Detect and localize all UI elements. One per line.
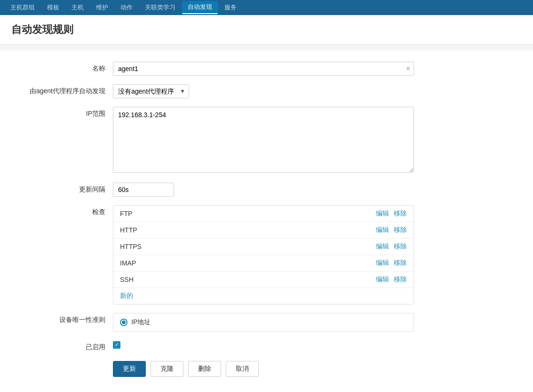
check-name-https: HTTPS	[120, 243, 376, 250]
new-check-row: 新的	[113, 288, 414, 304]
https-edit-button[interactable]: 编辑	[376, 242, 389, 251]
name-control: ×	[113, 62, 414, 76]
checks-table: FTP 编辑 移除 HTTP 编辑 移除 HTTPS	[113, 205, 414, 304]
top-navigation: 主机群组 模板 主机 维护 动作 关联类学习 自动发现 服务	[0, 0, 533, 15]
agent-select[interactable]: 没有agent代理程序	[113, 84, 189, 98]
enabled-checkbox[interactable]: ✓	[113, 341, 120, 349]
imap-actions: 编辑 移除	[376, 259, 407, 267]
ssh-actions: 编辑 移除	[376, 275, 407, 284]
ip-radio-inner	[122, 320, 126, 324]
table-row: FTP 编辑 移除	[113, 206, 414, 222]
enabled-control: ✓	[113, 340, 414, 349]
nav-item-autodiscovery[interactable]: 自动发现	[182, 1, 218, 14]
nav-item-maintenance[interactable]: 维护	[90, 1, 114, 14]
nav-item-hosts[interactable]: 主机	[66, 1, 89, 14]
nav-item-actions[interactable]: 动作	[115, 1, 138, 14]
nav-item-hostgroups[interactable]: 主机群组	[5, 1, 40, 14]
nav-item-services[interactable]: 服务	[219, 1, 242, 14]
name-input[interactable]	[113, 62, 414, 76]
ftp-remove-button[interactable]: 移除	[394, 209, 407, 218]
https-actions: 编辑 移除	[376, 242, 407, 251]
ip-range-label: IP范围	[19, 107, 113, 118]
name-row: 名称 ×	[19, 62, 514, 76]
checkbox-checkmark-icon: ✓	[115, 342, 119, 347]
agent-row: 由agent代理程序自动发现 没有agent代理程序 ▼	[19, 84, 514, 98]
enabled-row: 已启用 ✓	[19, 340, 514, 352]
interval-label: 更新间隔	[19, 183, 113, 194]
http-edit-button[interactable]: 编辑	[376, 226, 389, 234]
ip-range-control: 192.168.3.1-254	[113, 107, 414, 174]
page-title: 自动发现规则	[0, 15, 533, 45]
update-button[interactable]: 更新	[113, 361, 146, 377]
https-remove-button[interactable]: 移除	[394, 242, 407, 251]
action-buttons: 更新 克隆 删除 取消	[19, 361, 514, 377]
uniqueness-label: 设备唯一性准则	[19, 313, 113, 324]
nav-item-templates[interactable]: 模板	[41, 1, 65, 14]
cancel-button[interactable]: 取消	[226, 361, 259, 377]
name-label: 名称	[19, 62, 113, 73]
enabled-label: 已启用	[19, 340, 113, 352]
ip-radio-label: IP地址	[131, 318, 151, 327]
name-input-wrapper: ×	[113, 62, 414, 76]
check-name-imap: IMAP	[120, 259, 376, 267]
ip-radio-button[interactable]	[120, 319, 127, 326]
interval-control	[113, 183, 414, 197]
ftp-edit-button[interactable]: 编辑	[376, 209, 389, 218]
ip-range-row: IP范围 192.168.3.1-254	[19, 107, 514, 174]
nav-item-correlation[interactable]: 关联类学习	[139, 1, 181, 14]
uniqueness-radio-group: IP地址	[120, 318, 407, 327]
ftp-actions: 编辑 移除	[376, 209, 407, 218]
check-name-http: HTTP	[120, 226, 376, 234]
checks-label: 检查	[19, 205, 113, 216]
interval-input[interactable]	[113, 183, 174, 197]
new-check-button[interactable]: 新的	[120, 292, 133, 300]
table-row: SSH 编辑 移除	[113, 272, 414, 288]
check-name-ssh: SSH	[120, 276, 376, 283]
http-actions: 编辑 移除	[376, 226, 407, 234]
table-row: HTTP 编辑 移除	[113, 222, 414, 239]
uniqueness-row: 设备唯一性准则 IP地址	[19, 313, 514, 332]
agent-select-wrapper: 没有agent代理程序 ▼	[113, 84, 189, 98]
ip-range-input[interactable]: 192.168.3.1-254	[113, 107, 414, 173]
name-clear-icon[interactable]: ×	[406, 65, 410, 72]
checks-control: FTP 编辑 移除 HTTP 编辑 移除 HTTPS	[113, 205, 414, 304]
table-row: IMAP 编辑 移除	[113, 255, 414, 272]
imap-remove-button[interactable]: 移除	[394, 259, 407, 267]
checks-row: 检查 FTP 编辑 移除 HTTP 编辑 移除	[19, 205, 514, 304]
http-remove-button[interactable]: 移除	[394, 226, 407, 234]
clone-button[interactable]: 克隆	[151, 361, 183, 377]
imap-edit-button[interactable]: 编辑	[376, 259, 389, 267]
check-name-ftp: FTP	[120, 210, 376, 217]
table-row: HTTPS 编辑 移除	[113, 239, 414, 255]
agent-label: 由agent代理程序自动发现	[19, 84, 113, 96]
delete-button[interactable]: 删除	[188, 361, 221, 377]
ssh-edit-button[interactable]: 编辑	[376, 275, 389, 284]
discovery-rule-form: 名称 × 由agent代理程序自动发现 没有agent代理程序 ▼ IP范围 1…	[0, 50, 533, 392]
ssh-remove-button[interactable]: 移除	[394, 275, 407, 284]
interval-row: 更新间隔	[19, 183, 514, 197]
agent-control: 没有agent代理程序 ▼	[113, 84, 414, 98]
uniqueness-control: IP地址	[113, 313, 414, 332]
